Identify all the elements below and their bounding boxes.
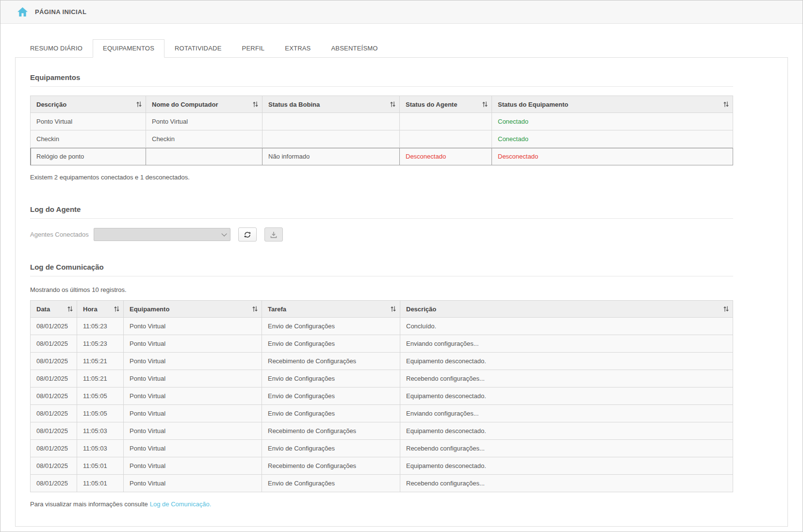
- table-cell: Relógio de ponto: [31, 148, 146, 165]
- table-cell: Ponto Virtual: [124, 370, 262, 387]
- table-cell: Concluído.: [400, 318, 733, 335]
- agentes-conectados-select[interactable]: [94, 228, 230, 241]
- tab-resumo-diario[interactable]: RESUMO DIÁRIO: [20, 39, 93, 58]
- table-cell: 11:05:05: [77, 405, 124, 422]
- table-cell: Desconectado: [400, 148, 492, 165]
- table-cell: Recebimento de Configurações: [262, 457, 400, 475]
- table-cell: 08/01/2025: [31, 318, 77, 335]
- table-cell: Recebendo configurações...: [400, 475, 733, 492]
- download-button[interactable]: [264, 227, 283, 242]
- table-row: 08/01/202511:05:23Ponto VirtualEnvio de …: [31, 318, 733, 335]
- page: PÁGINA INICIAL RESUMO DIÁRIO EQUIPAMENTO…: [0, 0, 803, 532]
- table-cell: Equipamento desconectado.: [400, 387, 733, 405]
- topbar: PÁGINA INICIAL: [0, 0, 803, 24]
- column-header-label: Status do Equipamento: [498, 101, 568, 108]
- column-header-1[interactable]: Nome do Computador: [146, 96, 262, 113]
- column-header-2[interactable]: Equipamento: [124, 301, 262, 318]
- table-cell: Checkin: [31, 130, 146, 148]
- table-row: 08/01/202511:05:03Ponto VirtualEnvio de …: [31, 440, 733, 457]
- page-title: PÁGINA INICIAL: [35, 8, 86, 16]
- refresh-button[interactable]: [238, 227, 257, 242]
- column-header-2[interactable]: Status da Bobina: [262, 96, 400, 113]
- tab-equipamentos[interactable]: EQUIPAMENTOS: [93, 39, 164, 58]
- column-header-label: Hora: [83, 306, 98, 313]
- column-header-label: Data: [36, 306, 50, 313]
- column-header-3[interactable]: Status do Agente: [400, 96, 492, 113]
- table-cell: Ponto Virtual: [124, 457, 262, 475]
- table-cell: Envio de Configurações: [262, 318, 400, 335]
- section-title-log-agente: Log do Agente: [30, 205, 733, 219]
- column-header-label: Status do Agente: [406, 101, 457, 108]
- table-cell: Envio de Configurações: [262, 335, 400, 353]
- column-header-label: Status da Bobina: [268, 101, 320, 108]
- table-cell: 08/01/2025: [31, 353, 77, 370]
- table-cell: Ponto Virtual: [124, 422, 262, 440]
- table-cell: 11:05:03: [77, 422, 124, 440]
- tab-absenteismo[interactable]: ABSENTEÍSMO: [321, 39, 388, 58]
- download-icon: [270, 231, 277, 238]
- section-log-comunicacao: Log de Comunicação Mostrando os últimos …: [30, 263, 733, 508]
- column-header-0[interactable]: Descrição: [31, 96, 146, 113]
- table-cell: Equipamento desconectado.: [400, 457, 733, 475]
- table-cell: Conectado: [492, 113, 733, 130]
- table-row: 08/01/202511:05:21Ponto VirtualRecebimen…: [31, 353, 733, 370]
- table-cell: 11:05:21: [77, 370, 124, 387]
- column-header-label: Descrição: [36, 101, 66, 108]
- equipamentos-summary: Existem 2 equipamentos conectados e 1 de…: [30, 174, 733, 181]
- sort-icon: [253, 101, 258, 108]
- column-header-label: Descrição: [406, 306, 436, 313]
- table-cell: Envio de Configurações: [262, 405, 400, 422]
- table-row: Ponto VirtualPonto VirtualConectado: [31, 113, 733, 130]
- table-cell: 11:05:01: [77, 457, 124, 475]
- log-comunicacao-table: DataHoraEquipamentoTarefaDescrição 08/01…: [30, 300, 733, 492]
- tab-extras[interactable]: EXTRAS: [275, 39, 321, 58]
- table-cell: Ponto Virtual: [124, 475, 262, 492]
- section-log-agente: Log do Agente Agentes Conectados: [30, 205, 733, 242]
- table-cell: 11:05:01: [77, 475, 124, 492]
- table-cell: Recebendo configurações...: [400, 440, 733, 457]
- sort-icon: [723, 306, 729, 312]
- home-icon[interactable]: [17, 7, 28, 17]
- log-comunicacao-subtitle: Mostrando os últimos 10 registros.: [30, 286, 733, 293]
- tab-rotatividade[interactable]: ROTATIVIDADE: [164, 39, 232, 58]
- table-cell: [146, 148, 262, 165]
- sort-icon: [114, 306, 119, 312]
- tab-perfil[interactable]: PERFIL: [232, 39, 275, 58]
- table-cell: [400, 113, 492, 130]
- section-equipamentos: Equipamentos DescriçãoNome do Computador…: [30, 73, 733, 181]
- tab-bar: RESUMO DIÁRIO EQUIPAMENTOS ROTATIVIDADE …: [15, 39, 788, 57]
- table-cell: 08/01/2025: [31, 422, 77, 440]
- table-cell: Não informado: [262, 148, 400, 165]
- table-cell: 08/01/2025: [31, 475, 77, 492]
- log-comunicacao-link[interactable]: Log de Comunicação.: [150, 500, 211, 508]
- sort-icon: [390, 101, 395, 108]
- table-row: 08/01/202511:05:03Ponto VirtualRecebimen…: [31, 422, 733, 440]
- table-cell: Ponto Virtual: [124, 440, 262, 457]
- table-row: CheckinCheckinConectado: [31, 130, 733, 148]
- column-header-1[interactable]: Hora: [77, 301, 124, 318]
- section-title-log-comunicacao: Log de Comunicação: [30, 263, 733, 276]
- table-cell: Recebimento de Configurações: [262, 353, 400, 370]
- table-cell: Enviando configurações...: [400, 335, 733, 353]
- table-cell: Checkin: [146, 130, 262, 148]
- column-header-4[interactable]: Status do Equipamento: [492, 96, 733, 113]
- column-header-label: Tarefa: [268, 306, 286, 313]
- table-cell: Equipamento desconectado.: [400, 422, 733, 440]
- log-comunicacao-footer: Para visualizar mais informações consult…: [30, 500, 733, 508]
- equipamentos-header-row: DescriçãoNome do ComputadorStatus da Bob…: [31, 96, 733, 113]
- agentes-conectados-label: Agentes Conectados: [30, 231, 89, 238]
- table-cell: 11:05:05: [77, 387, 124, 405]
- table-row: 08/01/202511:05:21Ponto VirtualEnvio de …: [31, 370, 733, 387]
- column-header-0[interactable]: Data: [31, 301, 77, 318]
- table-cell: 08/01/2025: [31, 440, 77, 457]
- column-header-3[interactable]: Tarefa: [262, 301, 400, 318]
- table-cell: Envio de Configurações: [262, 440, 400, 457]
- table-cell: Ponto Virtual: [124, 335, 262, 353]
- footer-text: Para visualizar mais informações consult…: [30, 500, 148, 508]
- column-header-4[interactable]: Descrição: [400, 301, 733, 318]
- table-row: 08/01/202511:05:05Ponto VirtualEnvio de …: [31, 387, 733, 405]
- column-header-label: Equipamento: [130, 306, 169, 313]
- table-cell: 08/01/2025: [31, 370, 77, 387]
- table-cell: Envio de Configurações: [262, 387, 400, 405]
- section-title-equipamentos: Equipamentos: [30, 73, 733, 87]
